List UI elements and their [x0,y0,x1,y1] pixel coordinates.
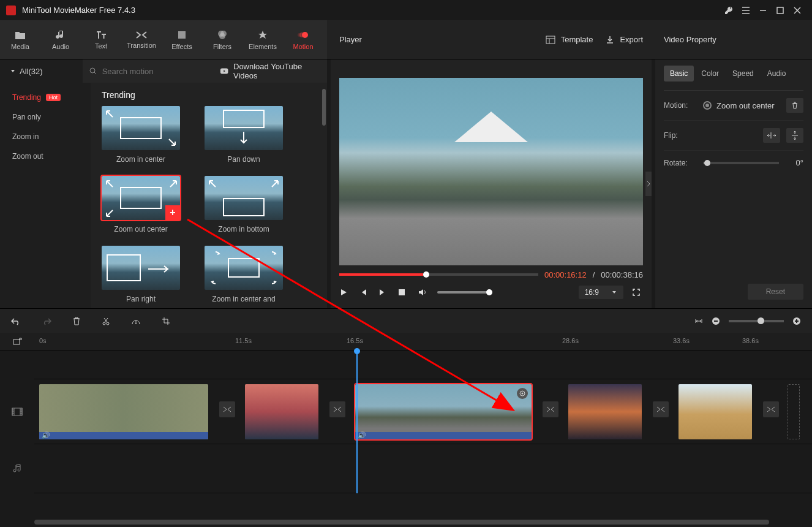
rotate-label: Rotate: [664,159,697,167]
video-lane[interactable]: 🔊 🔊 [34,379,812,444]
volume-icon[interactable] [418,288,429,297]
volume-slider[interactable] [437,291,492,294]
motion-card[interactable]: Zoom in center [102,106,180,164]
sidebar-item-zoom-in[interactable]: Zoom in [0,127,91,146]
split-button[interactable] [102,317,110,325]
video-track-head [0,379,34,444]
clip-audio-icon: 🔊 [42,431,50,439]
menu-icon[interactable] [737,2,754,19]
download-youtube-button[interactable]: Download YouTube Videos [211,59,327,83]
delete-button[interactable] [72,317,81,325]
motion-thumbnail[interactable] [102,246,180,290]
export-button[interactable]: Export [605,35,643,45]
timeline-ruler[interactable]: 0s11.5s16.5s28.6s33.6s38.6s [0,333,812,351]
add-motion-button[interactable]: + [165,205,180,220]
close-icon[interactable] [789,2,806,19]
delete-motion-button[interactable] [786,98,803,113]
transition-4[interactable] [653,401,669,417]
overlay-lane[interactable] [34,351,812,379]
video-clip-2[interactable] [245,384,318,439]
motion-thumbnail[interactable] [205,176,283,220]
motion-card[interactable]: +Zoom out center [102,176,180,233]
redo-button[interactable] [42,317,51,325]
aspect-ratio-select[interactable]: 16:9 [579,286,623,299]
vertical-scrollbar[interactable] [322,89,326,126]
audio-lane[interactable] [34,444,812,493]
sidebar-item-pan-only[interactable]: Pan only [0,107,91,127]
motion-thumbnail[interactable] [205,106,283,150]
fullscreen-button[interactable] [632,288,643,297]
motion-card[interactable]: Zoom in bottom [205,176,283,233]
playback-progress[interactable] [339,273,538,276]
motion-thumbnail[interactable]: + [102,176,180,220]
transition-1[interactable] [219,401,235,417]
clip-audio-icon: 🔊 [358,431,366,439]
sidebar-item-zoom-out[interactable]: Zoom out [0,146,91,166]
player-header: Player Template Export [331,20,652,59]
reset-button[interactable]: Reset [748,284,803,300]
transition-5[interactable] [763,401,779,417]
tab-motion[interactable]: Motion [283,20,323,59]
activation-key-icon[interactable] [720,2,737,19]
template-button[interactable]: Template [545,34,593,45]
motion-card[interactable]: Pan down [205,106,283,164]
prev-frame-button[interactable] [359,288,370,297]
transition-2[interactable] [329,401,345,417]
video-clip-3[interactable]: 🔊 [355,384,532,439]
chevron-down-icon [10,68,16,74]
property-tab-color[interactable]: Color [695,66,725,82]
search-input[interactable] [102,67,205,76]
flip-vertical-button[interactable] [786,128,803,143]
search-icon [89,67,97,75]
category-all[interactable]: All(32) [0,59,83,83]
zoom-in-button[interactable] [792,317,801,325]
tab-media[interactable]: Media [0,20,40,59]
motion-card[interactable]: Pan right [102,246,180,303]
crop-button[interactable] [162,317,170,325]
transition-3[interactable] [543,401,558,417]
motion-label: Motion: [664,101,697,110]
minimize-icon[interactable] [754,2,772,19]
tab-elements[interactable]: Elements [242,20,283,59]
video-clip-1[interactable]: 🔊 [39,384,208,439]
tab-filters[interactable]: Filters [202,20,242,59]
property-tab-audio[interactable]: Audio [761,66,792,82]
undo-button[interactable] [11,317,21,325]
play-button[interactable] [339,288,350,297]
video-clip-6[interactable] [788,384,800,439]
video-clip-4[interactable] [568,384,642,439]
motion-card[interactable]: Zoom in center and [205,246,283,303]
ruler-mark: 16.5s [347,337,363,344]
property-tab-speed[interactable]: Speed [726,66,760,82]
next-frame-button[interactable] [378,288,389,297]
motion-thumbnail[interactable] [102,106,180,150]
fit-timeline-button[interactable] [694,317,703,325]
chevron-down-icon [611,290,617,295]
playhead[interactable] [356,351,358,493]
video-preview[interactable] [339,78,643,265]
zoom-out-button[interactable] [712,317,720,325]
tab-transition[interactable]: Transition [121,20,162,59]
audio-icon [56,29,66,40]
add-track-button[interactable] [0,337,34,347]
hot-badge: Hot [46,94,61,101]
tab-effects[interactable]: Effects [162,20,202,59]
property-tab-basic[interactable]: Basic [664,66,694,82]
motion-icon [298,29,309,40]
maximize-icon[interactable] [772,2,789,19]
stop-button[interactable] [398,289,409,296]
panel-collapse-button[interactable] [645,172,652,196]
titlebar: MiniTool MovieMaker Free 7.4.3 [0,0,812,20]
sidebar-item-trending[interactable]: TrendingHot [0,88,91,107]
video-clip-5[interactable] [679,384,752,439]
flip-horizontal-button[interactable] [763,128,780,143]
horizontal-scrollbar[interactable] [34,520,769,525]
zoom-slider[interactable] [729,320,784,322]
motion-category-sidebar: TrendingHotPan onlyZoom inZoom out [0,83,91,308]
motion-thumbnail[interactable] [205,246,283,290]
tab-text[interactable]: Text [81,20,121,59]
search-box[interactable] [83,59,211,83]
rotate-slider[interactable] [703,162,779,164]
tab-audio[interactable]: Audio [40,20,81,59]
speed-button[interactable] [131,317,141,325]
